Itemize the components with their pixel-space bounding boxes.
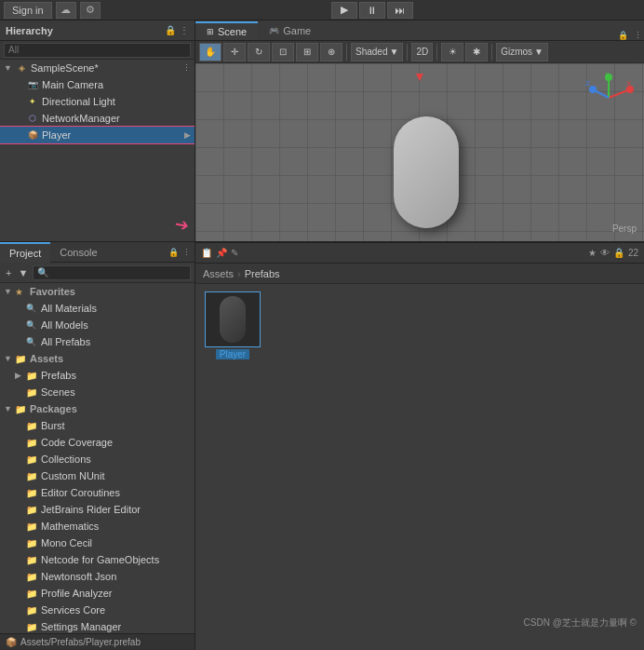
hierarchy-scene-root[interactable]: ▼ ◈ SampleScene* ⋮ <box>0 60 195 76</box>
sc-folder-icon: 📁 <box>26 605 39 616</box>
pkg-custom-nunit[interactable]: 📁 Custom NUnit <box>0 467 195 484</box>
col-folder-icon: 📁 <box>26 454 39 465</box>
fx-btn[interactable]: ✱ <box>465 43 488 61</box>
csdn-watermark: CSDN @芝士就是力量啊 © <box>524 616 637 630</box>
pkg-services-core[interactable]: 📁 Services Core <box>0 602 195 618</box>
scene-lock-icon[interactable]: 🔒 <box>616 31 630 40</box>
hierarchy-more-icon[interactable]: ⋮ <box>180 25 189 35</box>
ab-eye-icon[interactable]: 👁 <box>600 248 610 258</box>
fav-star-icon: ★ <box>15 287 28 297</box>
pkg-burst-label: Burst <box>41 420 65 431</box>
assets-header[interactable]: ▼ 📁 Assets <box>0 350 195 367</box>
fav-all-prefabs[interactable]: 🔍 All Prefabs <box>0 333 195 350</box>
assets-label: Assets <box>30 353 63 364</box>
right-main: ⊞ Scene 🎮 Game 🔒 ⋮ ✋ ✛ ↻ ⊡ ⊞ ⊕ <box>195 20 644 650</box>
player-more-icon[interactable]: ▶ <box>184 130 191 140</box>
packages-header[interactable]: ▼ 📁 Packages <box>0 400 195 417</box>
project-status-bar: 📦 Assets/Prefabs/Player.prefab <box>0 633 195 650</box>
tab-project[interactable]: Project <box>0 242 50 263</box>
pkg-jetbrains[interactable]: 📁 JetBrains Rider Editor <box>0 501 195 518</box>
hierarchy-item-main-camera[interactable]: 📷 Main Camera <box>0 76 195 93</box>
ab-star-icon[interactable]: ★ <box>588 248 597 258</box>
fav-materials-label: All Materials <box>41 303 97 314</box>
pkg-profile-analyzer[interactable]: 📁 Profile Analyzer <box>0 585 195 602</box>
hierarchy-item-directional-light[interactable]: ✦ Directional Light <box>0 93 195 110</box>
rect-tool-btn[interactable]: ⊞ <box>296 43 318 61</box>
pkg-burst[interactable]: 📁 Burst <box>0 417 195 434</box>
ab-edit-icon[interactable]: ✎ <box>231 248 238 258</box>
settings-icon[interactable]: ⚙ <box>80 2 101 19</box>
cloud-icon[interactable]: ☁ <box>56 2 76 19</box>
pkg-servicescore-label: Services Core <box>41 604 105 616</box>
tab-scene[interactable]: ⊞ Scene <box>195 21 258 40</box>
pkg-collections[interactable]: 📁 Collections <box>0 451 195 467</box>
shading-dropdown[interactable]: Shaded ▼ <box>351 43 403 61</box>
lights-btn[interactable]: ☀ <box>441 43 463 61</box>
play-button[interactable]: ▶ <box>331 2 357 19</box>
player-mini-capsule <box>220 296 246 343</box>
hierarchy-search-input[interactable] <box>4 43 191 58</box>
pkg-editorco-label: Editor Coroutines <box>41 487 120 498</box>
hand-tool-btn[interactable]: ✋ <box>199 43 221 61</box>
step-button[interactable]: ⏭ <box>387 2 413 19</box>
toolbar-separator-2 <box>407 44 408 61</box>
hierarchy-item-player[interactable]: 📦 Player ▶ <box>0 127 195 143</box>
fav-all-materials[interactable]: 🔍 All Materials <box>0 300 195 317</box>
play-controls: ▶ ⏸ ⏭ <box>331 2 413 19</box>
asset-item-player[interactable]: Player <box>203 291 262 359</box>
scene-tab-label: Scene <box>218 26 247 37</box>
player-capsule-mesh <box>394 116 459 228</box>
rotate-tool-btn[interactable]: ↻ <box>248 43 270 61</box>
scene-gizmo[interactable]: X Y Z <box>584 73 635 124</box>
hierarchy-lock-icon[interactable]: 🔒 <box>165 25 176 35</box>
ab-pin-icon[interactable]: 📌 <box>216 248 227 258</box>
scene-viewport[interactable]: ▼ X Y <box>195 63 644 241</box>
2d-toggle[interactable]: 2D <box>411 43 433 61</box>
scene-label: SampleScene* <box>31 62 99 74</box>
transform-tool-btn[interactable]: ⊕ <box>320 43 342 61</box>
scene-tab-grid-icon: ⊞ <box>207 27 214 36</box>
project-more-icon[interactable]: ⋮ <box>182 248 191 257</box>
move-tool-btn[interactable]: ✛ <box>223 43 246 61</box>
hierarchy-panel: Hierarchy 🔒 ⋮ ▼ ◈ SampleScene* ⋮ <box>0 20 195 242</box>
player-label: Player <box>42 129 71 141</box>
gizmos-dropdown[interactable]: Gizmos ▼ <box>496 43 548 61</box>
assets-prefabs[interactable]: ▶ 📁 Prefabs <box>0 367 195 384</box>
pkg-mathematics[interactable]: 📁 Mathematics <box>0 518 195 535</box>
pause-button[interactable]: ⏸ <box>359 2 385 19</box>
project-lock-icon[interactable]: 🔒 <box>168 248 179 257</box>
project-expand-icon[interactable]: ▼ <box>16 267 30 278</box>
tab-game[interactable]: 🎮 Game <box>258 21 322 40</box>
project-tree: ▼ ★ Favorites 🔍 All Materials 🔍 All Mode… <box>0 283 195 633</box>
assets-scenes[interactable]: 📁 Scenes <box>0 384 195 400</box>
shading-label: Shaded <box>356 47 387 57</box>
ab-lock-icon[interactable]: 🔒 <box>613 248 624 258</box>
breadcrumb-assets[interactable]: Assets <box>203 268 234 279</box>
favorites-header[interactable]: ▼ ★ Favorites <box>0 283 195 300</box>
pkg-editor-coroutines[interactable]: 📁 Editor Coroutines <box>0 484 195 501</box>
pkg-newtonsoft[interactable]: 📁 Newtonsoft Json <box>0 568 195 585</box>
breadcrumb-prefabs[interactable]: Prefabs <box>245 268 280 279</box>
pkg-settings-manager[interactable]: 📁 Settings Manager <box>0 618 195 633</box>
left-column: Hierarchy 🔒 ⋮ ▼ ◈ SampleScene* ⋮ <box>0 20 195 650</box>
scene-direction-arrow: ▼ <box>413 69 426 84</box>
fav-all-models[interactable]: 🔍 All Models <box>0 317 195 333</box>
tab-console[interactable]: Console <box>50 242 106 263</box>
player-prefab-thumbnail <box>205 291 261 347</box>
pkg-customnunit-label: Custom NUnit <box>41 470 104 481</box>
scene-more-icon[interactable]: ⋮ <box>182 63 191 73</box>
pkg-mono-cecil[interactable]: 📁 Mono Cecil <box>0 535 195 551</box>
ab-list-icon[interactable]: 📋 <box>201 248 212 258</box>
svg-text:Z: Z <box>585 79 590 88</box>
pkg-newtonsoft-label: Newtonsoft Json <box>41 571 116 582</box>
signin-button[interactable]: Sign in <box>4 2 52 19</box>
pkg-code-coverage[interactable]: 📁 Code Coverage <box>0 434 195 451</box>
hierarchy-item-network-manager[interactable]: ⬡ NetworkManager <box>0 110 195 127</box>
scene-more-icon[interactable]: ⋮ <box>632 31 644 40</box>
pkg-netcode[interactable]: 📁 Netcode for GameObjects <box>0 551 195 568</box>
project-add-button[interactable]: + <box>4 267 13 278</box>
scene-icon: ◈ <box>15 61 28 74</box>
assets-scenes-label: Scenes <box>41 386 75 398</box>
project-search-input[interactable] <box>33 265 191 280</box>
scale-tool-btn[interactable]: ⊡ <box>272 43 294 61</box>
